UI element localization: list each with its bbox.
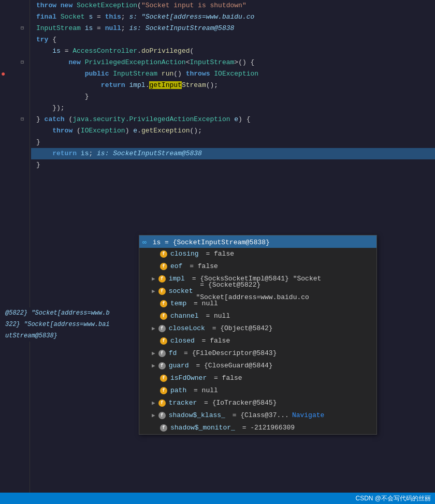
field-eq-temp: = null [190,298,218,310]
field-name-eof: eof [170,260,182,273]
debug-side-line-1: @5822} "Socket[address=www.b [5,307,137,319]
code-line-12: throw (IOException) e.getException(); [31,125,435,137]
bottom-bar-text: CSDN @不会写代码的丝丽 [355,494,431,503]
field-eq-guard: = {CloseGuard@5844} [192,360,273,372]
expand-icon-fd[interactable]: ▶ [152,347,155,360]
highlight-getInputStream: getInput [149,81,181,89]
code-line-6: new PrivilegedExceptionAction<InputStrea… [31,57,435,68]
field-eq-closed: = false [198,335,230,347]
code-line-11: } catch (java.security.PrivilegedActionE… [31,114,435,125]
field-icon-closelock: f [158,325,166,332]
expand-icon-closelock[interactable]: ▶ [152,322,155,335]
code-line-15: } [31,159,435,171]
field-eq-shadow-klass: = {Class@37... [228,409,289,422]
code-line-8: return impl.getInputStream(); [31,80,435,91]
code-line-7: public InputStream run() throws IOExcept… [31,68,435,80]
field-icon-temp: f [160,300,167,307]
expand-icon-tracker[interactable]: ▶ [152,397,155,409]
dropdown-item-isfdowner[interactable]: f isFdOwner = false [139,372,376,384]
field-icon-closing: f [160,250,167,258]
expand-icon-shadow-klass[interactable]: ▶ [152,409,155,422]
debug-side-panel: @5822} "Socket[address=www.b 322} "Socke… [0,307,137,342]
code-line-4: try { [31,34,435,46]
expand-icon-guard[interactable]: ▶ [152,360,155,372]
field-name-socket: socket [169,285,193,298]
dropdown-item-path[interactable]: f path = null [139,384,376,397]
field-name-closelock: closeLock [169,322,205,335]
field-eq-path: = null [190,384,218,397]
navigate-link[interactable]: Navigate [292,409,324,422]
dropdown-item-closelock[interactable]: ▶ f closeLock = {Object@5842} [139,322,376,335]
dropdown-item-eof[interactable]: f eof = false [139,260,376,273]
field-name-shadow-monitor: shadow$_monitor_ [170,422,235,434]
kw-throw: throw [36,2,61,9]
field-icon-socket: f [158,288,166,295]
code-line-10: }); [31,102,435,114]
field-icon-tracker: f [158,399,166,407]
editor-area: ⊟ ⊟ ● ⊟ throw new SocketExceptio [0,0,435,504]
field-name-path: path [170,384,186,397]
class-socket-ex: SocketException [77,2,137,9]
field-icon-eof: f [160,263,167,270]
field-icon-channel: f [160,313,167,320]
dropdown-item-guard[interactable]: ▶ f guard = {CloseGuard@5844} [139,360,376,372]
dropdown-item-closed[interactable]: f closed = false [139,335,376,347]
field-name-tracker: tracker [169,397,197,409]
field-name-shadow-klass: shadow$_klass_ [169,409,225,422]
code-line-13: } [31,137,435,148]
code-line-14-highlighted: return is; is: SocketInputStream@5838 [31,148,435,159]
dropdown-header[interactable]: ∞ is = {SocketInputStream@5838} [139,235,376,248]
field-eq-closing: = false [202,248,234,260]
field-eq-isfdowner: = false [210,372,242,384]
field-name-temp: temp [170,298,186,310]
field-icon-closed: f [160,337,167,345]
code-line-5: is = AccessController.doPrivileged( [31,46,435,57]
field-eq-channel: = null [202,310,230,322]
field-icon-shadow-klass: f [158,412,166,419]
dropdown-header-text: is = {SocketInputStream@5838} [153,239,270,246]
field-icon-fd: f [158,350,166,357]
infinity-icon: ∞ [142,239,147,246]
code-line-2: final Socket s = this; s: "Socket[addres… [31,11,435,23]
field-name-closed: closed [170,335,195,347]
debug-dropdown: ∞ is = {SocketInputStream@5838} f closin… [139,235,377,435]
field-eq-fd: = {FileDescriptor@5843} [180,347,277,360]
field-eq-tracker: = {IoTracker@5845} [200,397,277,409]
field-icon-impl: f [158,275,166,283]
bottom-bar: CSDN @不会写代码的丝丽 [0,493,435,504]
debug-side-line-2: 322} "Socket[address=www.bai [5,319,137,330]
field-eq-shadow-monitor: = -2121966309 [238,422,295,434]
field-eq-closelock: = {Object@5842} [208,322,273,335]
field-icon-path: f [160,387,167,394]
dropdown-item-shadow-monitor[interactable]: f shadow$_monitor_ = -2121966309 [139,422,376,434]
field-icon-isfdowner: f [160,375,167,382]
expand-icon-impl[interactable]: ▶ [152,273,155,285]
dropdown-item-socket[interactable]: ▶ f socket = {Socket@5822} "Socket[addre… [139,285,376,298]
code-line-3: InputStream is = null; is: SocketInputSt… [31,23,435,34]
kw-new: new [61,2,77,9]
dropdown-item-channel[interactable]: f channel = null [139,310,376,322]
field-eq-socket: = {Socket@5822} "Socket[address=www.baid… [196,279,372,304]
field-name-closing: closing [170,248,199,260]
dropdown-item-shadow-klass[interactable]: ▶ f shadow$_klass_ = {Class@37... Naviga… [139,409,376,422]
debug-side-line-3: utStream@5838} [5,330,137,342]
field-name-impl: impl [169,273,185,285]
field-icon-shadow-monitor: f [160,424,167,432]
field-name-fd: fd [169,347,177,360]
field-icon-guard: f [158,362,166,369]
code-line-9: } [31,91,435,102]
code-line-1: throw new SocketException("Socket input … [31,0,435,11]
dropdown-item-fd[interactable]: ▶ f fd = {FileDescriptor@5843} [139,347,376,360]
dropdown-item-closing[interactable]: f closing = false [139,248,376,260]
expand-icon-socket[interactable]: ▶ [152,285,155,298]
field-eq-eof: = false [185,260,218,273]
dropdown-item-tracker[interactable]: ▶ f tracker = {IoTracker@5845} [139,397,376,409]
field-name-isfdowner: isFdOwner [170,372,207,384]
field-name-guard: guard [169,360,189,372]
field-name-channel: channel [170,310,199,322]
